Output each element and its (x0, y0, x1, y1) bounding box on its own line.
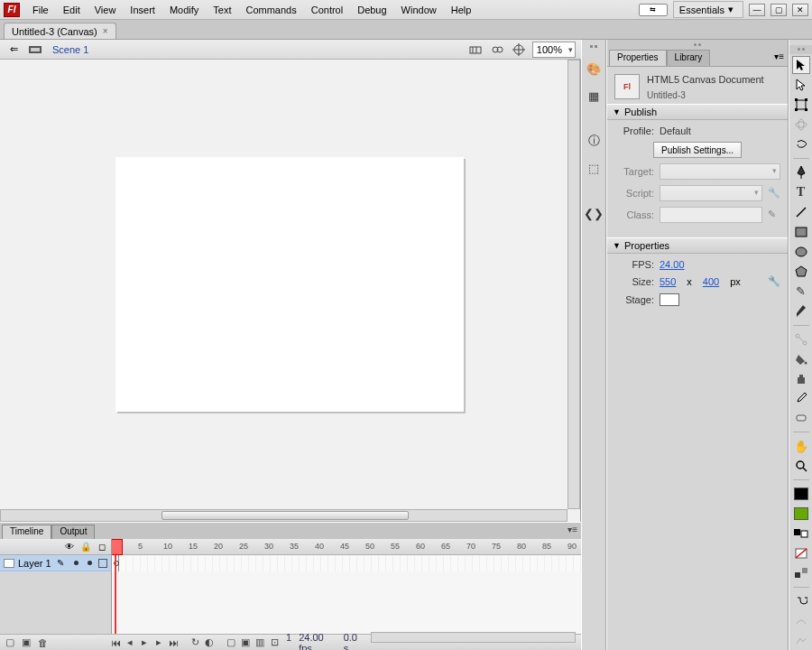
rectangle-tool-icon[interactable] (792, 223, 810, 241)
back-arrow-icon[interactable]: ⇐ (5, 42, 22, 58)
close-button[interactable]: ✕ (792, 4, 808, 16)
fill-color-icon[interactable] (792, 505, 810, 523)
goto-first-button[interactable]: ⏮ (109, 636, 122, 649)
swap-colors-icon[interactable] (792, 564, 810, 582)
stage-canvas[interactable] (115, 157, 464, 412)
edit-multiple-button[interactable]: ▣ (239, 636, 252, 649)
publish-section-header[interactable]: ▼ Publish (607, 104, 788, 120)
dock-toggle-icon[interactable] (585, 45, 603, 51)
outline-header-icon[interactable]: ◻ (97, 542, 107, 552)
eraser-tool-icon[interactable] (792, 409, 810, 427)
menu-insert[interactable]: Insert (123, 2, 162, 18)
minimize-button[interactable]: — (749, 4, 765, 16)
free-transform-tool-icon[interactable] (792, 96, 810, 114)
tab-properties[interactable]: Properties (609, 50, 667, 66)
menu-view[interactable]: View (88, 2, 124, 18)
layer-name[interactable]: Layer 1 (18, 558, 53, 569)
new-layer-button[interactable]: ▢ (4, 636, 16, 649)
bone-tool-icon[interactable] (792, 330, 810, 348)
pen-tool-icon[interactable] (792, 163, 810, 181)
outline-toggle[interactable] (98, 559, 107, 568)
sync-status-icon[interactable]: ⇆ (639, 4, 668, 16)
edit-scene-icon[interactable] (467, 42, 484, 58)
zoom-tool-icon[interactable] (792, 457, 810, 475)
hand-tool-icon[interactable]: ✋ (792, 437, 810, 455)
layer-row[interactable]: Layer 1 ✎ (0, 555, 111, 571)
edit-symbols-icon[interactable] (489, 42, 505, 58)
lock-toggle[interactable] (88, 561, 92, 565)
stroke-color-icon[interactable] (792, 485, 810, 503)
eyedropper-tool-icon[interactable] (792, 389, 810, 407)
info-panel-icon[interactable]: ⓘ (585, 132, 603, 150)
marker-button[interactable]: ▥ (254, 636, 266, 649)
center-frame-button[interactable]: ⊡ (268, 636, 281, 649)
brush-tool-icon[interactable] (792, 302, 810, 320)
ink-bottle-tool-icon[interactable] (792, 370, 810, 388)
lock-header-icon[interactable]: 🔒 (80, 542, 91, 552)
timeline-frames[interactable]: 15101520253035404550556065707580859095 (112, 539, 581, 634)
menu-control[interactable]: Control (304, 2, 350, 18)
goto-last-button[interactable]: ⏭ (167, 636, 180, 649)
scroll-thumb[interactable] (161, 511, 409, 520)
options-straighten-icon[interactable] (792, 632, 810, 650)
text-tool-icon[interactable]: T (792, 183, 810, 201)
scene-icon[interactable] (27, 42, 43, 58)
3d-rotation-tool-icon[interactable] (792, 116, 810, 134)
visibility-toggle[interactable] (74, 561, 78, 565)
frame-ruler[interactable]: 15101520253035404550556065707580859095 (112, 539, 581, 555)
tools-collapse-grip[interactable] (789, 45, 812, 54)
panel-menu-icon[interactable]: ▾≡ (567, 525, 577, 534)
menu-debug[interactable]: Debug (350, 2, 393, 18)
menu-commands[interactable]: Commands (238, 2, 303, 18)
options-smooth-icon[interactable] (792, 612, 810, 630)
properties-section-header[interactable]: ▼ Properties (607, 237, 788, 254)
horizontal-scrollbar[interactable] (0, 509, 567, 522)
tab-library[interactable]: Library (667, 50, 711, 66)
zoom-combo[interactable]: 100% (532, 42, 576, 58)
new-folder-button[interactable]: ▣ (20, 636, 32, 649)
lasso-tool-icon[interactable] (792, 135, 810, 153)
menu-file[interactable]: File (25, 2, 56, 18)
code-snippets-icon[interactable]: ❮❯ (585, 204, 603, 222)
options-snap-icon[interactable] (792, 592, 810, 610)
panel-collapse-grip[interactable] (607, 40, 788, 49)
workspace-switcher[interactable]: Essentials ▾ (673, 1, 743, 18)
document-tab[interactable]: Untitled-3 (Canvas) × (4, 23, 116, 39)
delete-layer-button[interactable]: 🗑 (36, 636, 49, 649)
step-forward-button[interactable]: ▸ (152, 636, 165, 649)
menu-edit[interactable]: Edit (56, 2, 88, 18)
width-value[interactable]: 550 (660, 276, 676, 287)
fps-display[interactable]: 24.00 fps (299, 632, 336, 651)
menu-text[interactable]: Text (206, 2, 238, 18)
bw-swap-icon[interactable] (792, 525, 810, 543)
fps-value[interactable]: 24.00 (660, 259, 685, 270)
play-button[interactable]: ▸ (138, 636, 151, 649)
transform-panel-icon[interactable]: ⬚ (585, 159, 603, 177)
menu-window[interactable]: Window (394, 2, 444, 18)
oval-tool-icon[interactable] (792, 243, 810, 261)
tab-output[interactable]: Output (51, 525, 95, 539)
selection-tool-icon[interactable] (792, 56, 810, 74)
frame-row[interactable] (112, 555, 581, 571)
advanced-settings-icon[interactable]: 🔧 (768, 275, 780, 288)
align-panel-icon[interactable]: ▦ (585, 87, 603, 105)
vertical-scrollbar[interactable] (567, 60, 580, 509)
close-tab-icon[interactable]: × (103, 26, 108, 36)
menu-help[interactable]: Help (444, 2, 479, 18)
current-frame[interactable]: 1 (286, 632, 291, 651)
pencil-tool-icon[interactable]: ✎ (792, 283, 810, 301)
panel-options-icon[interactable]: ▾≡ (774, 51, 784, 61)
menu-modify[interactable]: Modify (162, 2, 206, 18)
center-stage-icon[interactable] (511, 42, 527, 58)
swatches-panel-icon[interactable]: 🎨 (585, 60, 603, 78)
step-back-button[interactable]: ◂ (124, 636, 136, 649)
height-value[interactable]: 400 (703, 276, 719, 287)
polystar-tool-icon[interactable] (792, 263, 810, 281)
paint-bucket-tool-icon[interactable] (792, 350, 810, 368)
onion-outline-button[interactable]: ▢ (225, 636, 237, 649)
no-color-icon[interactable] (792, 544, 810, 562)
timeline-scrollbar[interactable] (371, 632, 576, 643)
tab-timeline[interactable]: Timeline (2, 525, 51, 539)
maximize-button[interactable]: ▢ (770, 4, 787, 16)
loop-button[interactable]: ↻ (189, 636, 201, 649)
